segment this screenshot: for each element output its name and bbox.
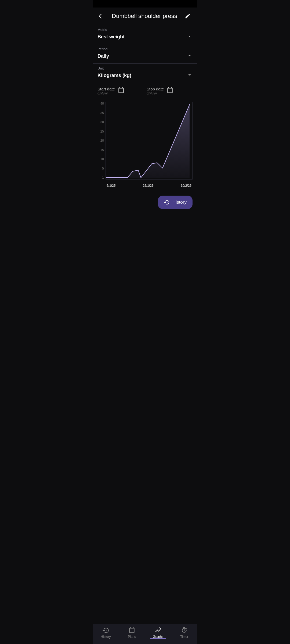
- unit-dropdown[interactable]: Kilograms (kg): [97, 71, 193, 81]
- metric-arrow-icon: [187, 33, 193, 40]
- history-fab-label: History: [172, 200, 187, 205]
- x-label-2: 25/1/25: [143, 184, 154, 188]
- page-title: Dumbbell shoulder press: [106, 13, 183, 20]
- svg-marker-0: [106, 105, 190, 178]
- y-label-35: 35: [100, 111, 104, 115]
- x-label-3: 10/2/25: [181, 184, 191, 188]
- period-arrow-icon: [187, 53, 193, 60]
- y-label-1: 1: [102, 176, 104, 180]
- stop-date-calendar-icon: [166, 87, 173, 95]
- chart-container: 40 35 30 25 20 15 10 5 1: [93, 99, 197, 188]
- y-axis: 40 35 30 25 20 15 10 5 1: [95, 102, 104, 180]
- start-date-calendar-icon: [118, 87, 125, 95]
- stop-date-placeholder: d/M/yy: [147, 91, 164, 95]
- y-label-10: 10: [100, 157, 104, 161]
- fab-container: History: [93, 188, 197, 213]
- date-section: Start date d/M/yy Stop date d/M/yy: [93, 83, 197, 98]
- metric-section: Metric Best weight: [93, 25, 197, 44]
- back-button[interactable]: [96, 11, 106, 21]
- y-label-40: 40: [100, 102, 104, 105]
- edit-button[interactable]: [183, 11, 193, 21]
- y-label-15: 15: [100, 148, 104, 152]
- stop-date-picker[interactable]: Stop date d/M/yy: [147, 87, 193, 95]
- period-dropdown[interactable]: Daily: [97, 52, 193, 62]
- start-date-placeholder: d/M/yy: [97, 91, 115, 95]
- period-section: Period Daily: [93, 44, 197, 63]
- metric-value: Best weight: [97, 34, 125, 40]
- start-date-picker[interactable]: Start date d/M/yy: [97, 87, 143, 95]
- unit-section: Unit Kilograms (kg): [93, 64, 197, 83]
- period-label: Period: [97, 47, 193, 51]
- y-label-5: 5: [102, 167, 104, 170]
- y-label-25: 25: [100, 130, 104, 133]
- chart-area: 40 35 30 25 20 15 10 5 1: [95, 102, 193, 188]
- period-value: Daily: [97, 53, 109, 59]
- chart-graph: [106, 102, 193, 180]
- metric-dropdown[interactable]: Best weight: [97, 32, 193, 42]
- metric-label: Metric: [97, 28, 193, 32]
- unit-label: Unit: [97, 66, 193, 70]
- x-axis: 5/1/25 25/1/25 10/2/25: [106, 183, 193, 188]
- unit-value: Kilograms (kg): [97, 73, 131, 78]
- y-label-30: 30: [100, 120, 104, 124]
- y-label-20: 20: [100, 139, 104, 142]
- status-bar: [93, 0, 197, 8]
- start-date-label: Start date: [97, 87, 115, 91]
- x-label-1: 5/1/25: [107, 184, 115, 188]
- header: Dumbbell shoulder press: [93, 8, 197, 25]
- unit-arrow-icon: [187, 72, 193, 79]
- stop-date-label: Stop date: [147, 87, 164, 91]
- history-fab-button[interactable]: History: [158, 196, 193, 209]
